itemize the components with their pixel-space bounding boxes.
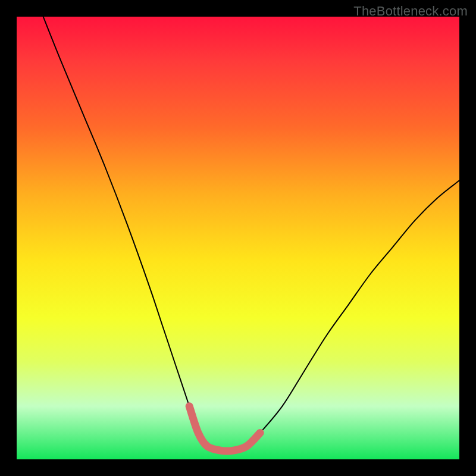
chart-frame: TheBottleneck.com [0,0,476,476]
chart-plot-area [17,17,459,459]
watermark-text: TheBottleneck.com [353,4,468,19]
bottleneck-curve [43,17,459,451]
chart-svg [17,17,459,459]
trough-highlight [189,406,260,451]
